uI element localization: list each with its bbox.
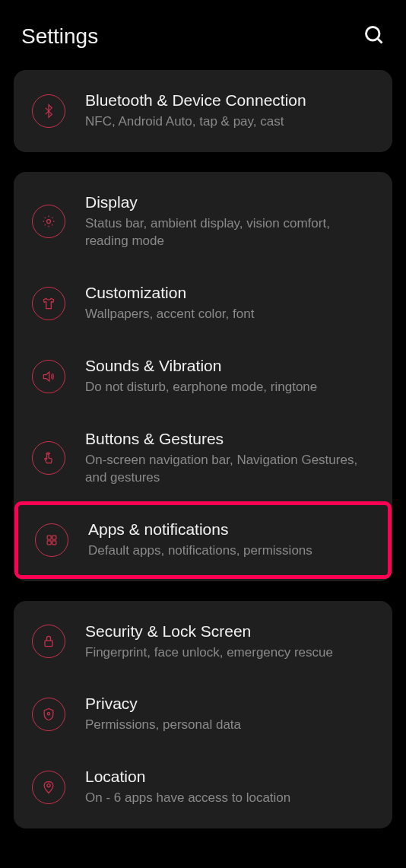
setting-subtitle: On - 6 apps have access to location	[85, 790, 374, 807]
setting-title: Customization	[85, 284, 374, 302]
lock-icon	[32, 625, 65, 658]
setting-title: Bluetooth & Device Connection	[85, 91, 374, 110]
setting-title: Security & Lock Screen	[85, 622, 374, 641]
setting-text: Display Status bar, ambient display, vis…	[85, 193, 374, 250]
svg-line-9	[45, 225, 46, 226]
setting-title: Buttons & Gestures	[85, 430, 374, 448]
setting-text: Customization Wallpapers, accent color, …	[85, 284, 374, 323]
setting-subtitle: Status bar, ambient display, vision comf…	[85, 215, 374, 250]
setting-bluetooth[interactable]: Bluetooth & Device Connection NFC, Andro…	[14, 75, 392, 148]
volume-icon	[32, 360, 65, 393]
setting-customization[interactable]: Customization Wallpapers, accent color, …	[14, 267, 392, 340]
bluetooth-icon	[32, 94, 65, 128]
setting-privacy[interactable]: Privacy Permissions, personal data	[14, 678, 392, 751]
touch-icon	[32, 441, 65, 475]
search-button[interactable]	[363, 24, 385, 49]
setting-title: Display	[85, 193, 374, 211]
setting-display[interactable]: Display Status bar, ambient display, vis…	[14, 176, 392, 267]
setting-text: Buttons & Gestures On-screen navigation …	[85, 430, 374, 487]
settings-content: Bluetooth & Device Connection NFC, Andro…	[0, 70, 406, 828]
search-icon	[363, 24, 385, 46]
header: Settings	[0, 0, 406, 70]
setting-subtitle: On-screen navigation bar, Navigation Ges…	[85, 452, 374, 487]
setting-subtitle: Wallpapers, accent color, font	[85, 306, 374, 323]
page-title: Settings	[21, 24, 98, 49]
setting-subtitle: Default apps, notifications, permissions	[88, 542, 371, 560]
setting-buttons[interactable]: Buttons & Gestures On-screen navigation …	[14, 413, 392, 504]
svg-point-17	[47, 784, 50, 787]
section-device: Display Status bar, ambient display, vis…	[14, 172, 392, 581]
setting-title: Apps & notifications	[88, 520, 371, 539]
brightness-icon	[32, 205, 65, 238]
location-icon	[32, 771, 65, 804]
svg-line-8	[52, 225, 52, 226]
svg-rect-11	[47, 536, 51, 539]
setting-text: Location On - 6 apps have access to loca…	[85, 768, 374, 807]
svg-rect-14	[52, 540, 56, 544]
setting-title: Location	[85, 768, 374, 786]
setting-sounds[interactable]: Sounds & Vibration Do not disturb, earph…	[14, 340, 392, 413]
setting-text: Sounds & Vibration Do not disturb, earph…	[85, 357, 374, 396]
svg-line-7	[45, 218, 46, 218]
setting-subtitle: Fingerprint, face unlock, emergency resc…	[85, 644, 374, 662]
setting-text: Privacy Permissions, personal data	[85, 695, 374, 734]
svg-rect-13	[47, 540, 51, 544]
apps-icon	[35, 523, 68, 557]
svg-rect-12	[52, 536, 56, 539]
svg-line-1	[378, 39, 382, 43]
setting-text: Apps & notifications Default apps, notif…	[88, 520, 371, 560]
section-privacy: Security & Lock Screen Fingerprint, face…	[14, 601, 392, 829]
svg-point-16	[47, 713, 49, 715]
setting-title: Privacy	[85, 695, 374, 713]
shirt-icon	[32, 287, 65, 320]
setting-apps-notifications[interactable]: Apps & notifications Default apps, notif…	[17, 504, 389, 577]
svg-rect-15	[45, 641, 52, 647]
svg-line-10	[52, 218, 52, 218]
setting-subtitle: Do not disturb, earphone mode, ringtone	[85, 379, 374, 396]
setting-text: Bluetooth & Device Connection NFC, Andro…	[85, 91, 374, 131]
setting-location[interactable]: Location On - 6 apps have access to loca…	[14, 751, 392, 824]
shield-icon	[32, 698, 65, 731]
setting-title: Sounds & Vibration	[85, 357, 374, 375]
setting-subtitle: NFC, Android Auto, tap & pay, cast	[85, 113, 374, 131]
svg-point-2	[47, 220, 51, 224]
setting-security[interactable]: Security & Lock Screen Fingerprint, face…	[14, 606, 392, 679]
section-connectivity: Bluetooth & Device Connection NFC, Andro…	[14, 70, 392, 152]
setting-subtitle: Permissions, personal data	[85, 717, 374, 734]
setting-text: Security & Lock Screen Fingerprint, face…	[85, 622, 374, 662]
svg-point-0	[366, 27, 380, 41]
